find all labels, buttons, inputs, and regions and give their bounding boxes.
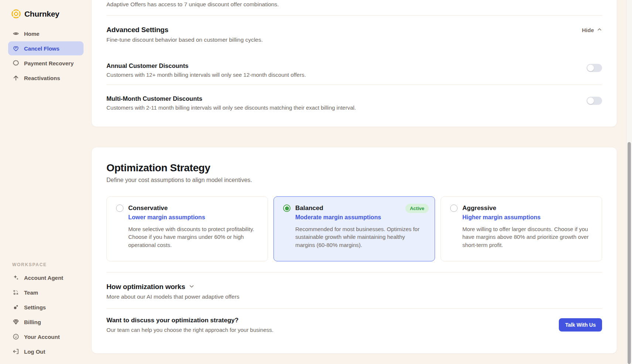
user-circle-icon (12, 333, 19, 340)
workspace-nav: WORKSPACE Account Agent (8, 262, 84, 359)
strategy-option-conservative[interactable]: Conservative Lower margin assumptions Mo… (106, 196, 268, 261)
strategy-options: Conservative Lower margin assumptions Mo… (106, 196, 602, 261)
option-description: Recommended for most businesses. Optimiz… (295, 225, 423, 249)
scrollbar-track[interactable] (626, 0, 632, 364)
heart-hands-icon (12, 45, 19, 52)
multi-month-discounts-row: Multi-Month Customer Discounts Customers… (106, 95, 602, 111)
dots-icon (12, 304, 19, 310)
talk-with-us-button[interactable]: Talk With Us (559, 318, 602, 332)
optimization-strategy-title: Optimization Strategy (106, 162, 602, 174)
adaptive-offers-note: Adaptive Offers has access to 7 unique d… (106, 1, 602, 8)
divider (106, 85, 602, 85)
cta-subtitle: Our team can help you choose the right a… (106, 327, 273, 333)
scrollbar-thumb[interactable] (628, 142, 631, 364)
sidebar-item-label: Your Account (24, 334, 60, 340)
annual-discounts-description: Customers with 12+ month billing interva… (106, 72, 306, 78)
multi-month-discounts-toggle[interactable] (587, 97, 602, 105)
option-name: Aggressive (462, 205, 496, 212)
how-optimization-works-title: How optimization works (106, 283, 185, 291)
app-window: Churnkey Home Cancel (0, 0, 632, 364)
sidebar-item-label: Home (24, 31, 40, 37)
strategy-option-balanced[interactable]: Active Balanced Moderate margin assumpti… (273, 196, 435, 261)
sidebar-item-your-account[interactable]: Your Account (8, 330, 84, 344)
brand: Churnkey (11, 9, 59, 19)
advanced-settings-subtitle: Fine-tune discount behavior based on cus… (106, 37, 602, 43)
hide-section-button[interactable]: Hide (582, 27, 602, 33)
sidebar-item-payment-recovery[interactable]: Payment Recovery (8, 56, 84, 70)
annual-discounts-title: Annual Customer Discounts (106, 62, 306, 69)
sidebar-item-label: Reactivations (24, 75, 60, 81)
toggle-knob (587, 97, 594, 104)
strategy-icon (12, 289, 19, 296)
sidebar-item-label: Account Agent (24, 275, 63, 281)
how-optimization-works-toggle[interactable]: How optimization works (106, 283, 194, 291)
option-tagline: Lower margin assumptions (128, 214, 259, 221)
sidebar-item-cancel-flows[interactable]: Cancel Flows (8, 41, 84, 55)
multi-month-discounts-title: Multi-Month Customer Discounts (106, 95, 356, 102)
sidebar-item-account-agent[interactable]: Account Agent (8, 271, 84, 285)
option-tagline: Higher margin assumptions (462, 214, 593, 221)
sidebar: Churnkey Home Cancel (0, 0, 93, 364)
cta-title: Want to discuss your optimization strate… (106, 317, 273, 324)
advanced-settings-title: Advanced Settings (106, 26, 169, 34)
radio-unchecked[interactable] (116, 205, 123, 212)
badge-seal-icon (12, 60, 19, 66)
radio-unchecked[interactable] (450, 205, 458, 212)
workspace-label: WORKSPACE (8, 262, 84, 267)
optimization-strategy-subtitle: Define your cost assumptions to align mo… (106, 177, 602, 183)
multi-month-discounts-description: Customers with 2-11 month billing interv… (106, 104, 356, 111)
advanced-settings-card: Adaptive Offers has access to 7 unique d… (91, 0, 617, 127)
active-badge: Active (405, 204, 429, 213)
toggle-knob (587, 65, 594, 71)
sidebar-item-home[interactable]: Home (8, 27, 84, 41)
option-name: Conservative (128, 205, 168, 212)
arrow-up-icon (12, 75, 19, 81)
sidebar-item-team[interactable]: Team (8, 285, 84, 299)
gem-icon (12, 319, 19, 325)
option-tagline: Moderate margin assumptions (295, 214, 426, 221)
divider (106, 15, 602, 16)
strategy-option-aggressive[interactable]: Aggressive Higher margin assumptions Mor… (441, 196, 602, 261)
discuss-strategy-cta: Want to discuss your optimization strate… (106, 317, 602, 333)
sidebar-item-label: Payment Recovery (24, 60, 74, 66)
sidebar-item-settings[interactable]: Settings (8, 300, 84, 314)
chevron-down-icon (189, 284, 194, 290)
sidebar-item-label: Cancel Flows (24, 45, 60, 52)
sidebar-item-reactivations[interactable]: Reactivations (8, 71, 84, 85)
home-icon (12, 30, 19, 37)
sidebar-item-label: Billing (24, 319, 41, 325)
chevron-up-icon (597, 27, 602, 33)
option-description: More willing to offer larger discounts. … (462, 225, 590, 249)
option-description: More selective with discounts to protect… (128, 225, 256, 249)
sidebar-item-label: Settings (24, 304, 46, 310)
sidebar-item-log-out[interactable]: Log Out (8, 344, 84, 358)
sparkles-icon (12, 274, 19, 281)
sidebar-item-label: Team (24, 289, 38, 296)
divider (106, 272, 602, 272)
option-name: Balanced (295, 205, 323, 212)
logout-icon (12, 348, 19, 355)
sidebar-item-billing[interactable]: Billing (8, 315, 84, 329)
divider (106, 308, 602, 309)
brand-name: Churnkey (24, 10, 59, 18)
hide-label: Hide (582, 27, 594, 33)
primary-nav: Home Cancel Flows Payment Recovery (8, 27, 84, 86)
optimization-strategy-card: Optimization Strategy Define your cost a… (91, 147, 617, 354)
sidebar-item-label: Log Out (24, 348, 45, 355)
annual-discounts-toggle[interactable] (587, 64, 602, 72)
radio-checked[interactable] (283, 205, 290, 212)
churnkey-logo-icon (11, 9, 21, 19)
how-optimization-works-subtitle: More about our AI models that power adap… (106, 293, 602, 300)
annual-discounts-row: Annual Customer Discounts Customers with… (106, 62, 602, 78)
